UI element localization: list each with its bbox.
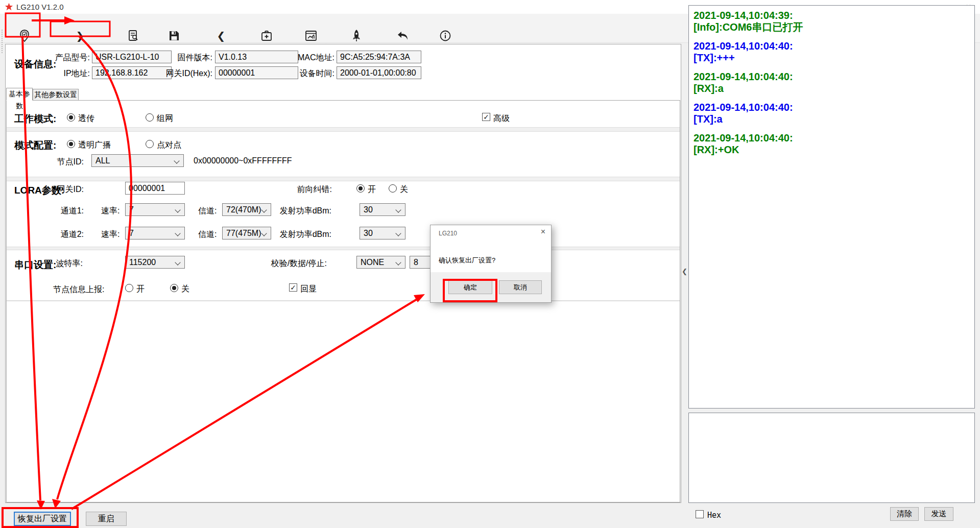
broadcast-radio[interactable] <box>67 140 75 148</box>
product-model-label: 产品型号: <box>46 53 90 63</box>
power1-select[interactable]: 30 <box>360 203 405 216</box>
node-report-off-label: 关 <box>181 284 189 295</box>
network-mode-label: 组网 <box>157 113 173 124</box>
rocket-icon <box>351 29 362 42</box>
rate2-value: 7 <box>129 229 134 238</box>
node-id-range-hint: 0x00000000~0xFFFFFFFF <box>194 156 292 165</box>
log-text: [Info]:COM6串口已打开 <box>694 21 974 33</box>
channel2-freq-label: 信道: <box>198 229 217 240</box>
echo-checkbox[interactable] <box>289 283 297 292</box>
channel2-select[interactable]: 77(475M) <box>222 227 271 239</box>
serial-pin-icon <box>18 29 31 42</box>
fec-on-label: 开 <box>368 184 376 195</box>
channel1-value: 72(470M) <box>226 205 261 214</box>
advanced-checkbox[interactable] <box>482 113 490 121</box>
channel1-select[interactable]: 72(470M) <box>222 203 271 216</box>
chevron-right-icon: ❯ <box>76 29 85 42</box>
broadcast-label: 透明广播 <box>78 140 111 151</box>
hex-checkbox[interactable] <box>696 510 704 518</box>
mac-address-label: MAC地址: <box>294 53 334 63</box>
gateway-id-hex-label: 网关ID(Hex): <box>158 68 212 79</box>
toolbox-icon <box>260 29 273 42</box>
advanced-label: 高级 <box>493 113 510 124</box>
product-model-field[interactable] <box>92 51 172 63</box>
log-time: 2021-09-14,10:04:39: <box>694 10 974 21</box>
tab-other-params[interactable]: 其他参数设置 <box>33 89 79 101</box>
chart-window-icon <box>304 29 318 42</box>
databits-value: 8 <box>414 258 418 267</box>
fec-off-radio[interactable] <box>389 184 397 193</box>
fec-off-label: 关 <box>400 184 408 195</box>
power2-value: 30 <box>364 229 373 238</box>
dialog-footer: 确定 取消 <box>431 272 551 302</box>
fec-label: 前向纠错: <box>286 184 332 195</box>
document-search-icon <box>127 29 140 42</box>
network-mode-radio[interactable] <box>146 113 154 122</box>
dialog-close-icon[interactable]: × <box>541 227 545 236</box>
mac-address-field[interactable] <box>337 51 421 63</box>
node-report-label: 节点信息上报: <box>53 284 100 295</box>
log-output-area[interactable]: 2021-09-14,10:04:39: [Info]:COM6串口已打开 20… <box>688 5 975 409</box>
power2-select[interactable]: 30 <box>360 227 405 239</box>
clear-button[interactable]: 清除 <box>890 507 919 521</box>
log-text: [RX]:+OK <box>694 144 974 156</box>
log-entry: 2021-09-14,10:04:40: [RX]:a <box>694 71 974 94</box>
log-time: 2021-09-14,10:04:40: <box>694 132 974 144</box>
p2p-radio[interactable] <box>146 140 154 148</box>
lora-gateway-id-label: 网关ID: <box>53 184 84 195</box>
log-time: 2021-09-14,10:04:40: <box>694 40 974 52</box>
dialog-ok-button[interactable]: 确定 <box>448 280 492 294</box>
dialog-message: 确认恢复出厂设置? <box>439 256 495 265</box>
node-report-on-radio[interactable] <box>125 284 133 292</box>
parity-select[interactable]: NONE <box>356 256 405 269</box>
serial-section-label: 串口设置: <box>14 258 56 272</box>
section-separator <box>7 300 680 301</box>
baud-label: 波特率: <box>53 258 83 269</box>
rate2-select[interactable]: 7 <box>125 227 185 239</box>
info-circle-icon <box>439 29 451 42</box>
firmware-version-field[interactable] <box>215 51 298 63</box>
rate1-label: 速率: <box>101 206 118 217</box>
fec-on-radio[interactable] <box>356 184 365 193</box>
gateway-id-hex-field[interactable] <box>215 66 298 79</box>
save-floppy-icon <box>168 29 180 42</box>
channel2-value: 77(475M) <box>226 229 261 238</box>
log-entry: 2021-09-14,10:04:39: [Info]:COM6串口已打开 <box>694 10 974 33</box>
log-entry: 2021-09-14,10:04:40: [TX]:+++ <box>694 40 974 64</box>
app-logo-icon <box>5 3 13 11</box>
mode-config-label: 模式配置: <box>14 139 56 152</box>
log-time: 2021-09-14,10:04:40: <box>694 102 974 113</box>
back-arrow-icon <box>396 29 410 42</box>
log-text: [TX]:+++ <box>694 52 974 64</box>
node-id-select[interactable]: ALL <box>91 154 184 167</box>
dialog-cancel-button[interactable]: 取消 <box>499 280 542 294</box>
section-separator <box>7 127 680 132</box>
baud-select[interactable]: 115200 <box>125 256 185 269</box>
node-report-on-label: 开 <box>136 284 145 295</box>
lora-gateway-id-field[interactable] <box>125 182 185 195</box>
power2-label: 发射功率dBm: <box>278 229 331 240</box>
send-button[interactable]: 发送 <box>924 507 953 521</box>
rate1-value: 7 <box>129 205 134 214</box>
factory-reset-button[interactable]: 恢复出厂设置 <box>14 512 71 526</box>
echo-label: 回显 <box>300 284 317 295</box>
device-time-field[interactable] <box>337 66 421 79</box>
tab-basic-params[interactable]: 基本参数 <box>6 88 33 101</box>
device-time-label: 设备时间: <box>294 68 334 79</box>
node-report-off-radio[interactable] <box>170 284 178 292</box>
restart-button[interactable]: 重启 <box>86 512 127 526</box>
hex-label: Hex <box>707 511 721 520</box>
p2p-label: 点对点 <box>157 140 181 151</box>
panel-collapse-icon[interactable]: ❮ <box>682 268 687 275</box>
rate1-select[interactable]: 7 <box>125 203 185 216</box>
ip-address-label: IP地址: <box>46 68 90 79</box>
baud-value: 115200 <box>129 258 156 267</box>
section-separator <box>7 177 680 181</box>
log-entry: 2021-09-14,10:04:40: [RX]:+OK <box>694 132 974 156</box>
transparent-mode-radio[interactable] <box>67 113 75 122</box>
channel1-label: 通道1: <box>53 206 84 217</box>
log-text: [RX]:a <box>694 83 974 94</box>
confirm-dialog: LG210 × 确认恢复出厂设置? 确定 取消 <box>430 225 552 303</box>
send-input-area[interactable] <box>688 413 975 503</box>
window-title: LG210 V1.2.0 <box>16 3 64 11</box>
